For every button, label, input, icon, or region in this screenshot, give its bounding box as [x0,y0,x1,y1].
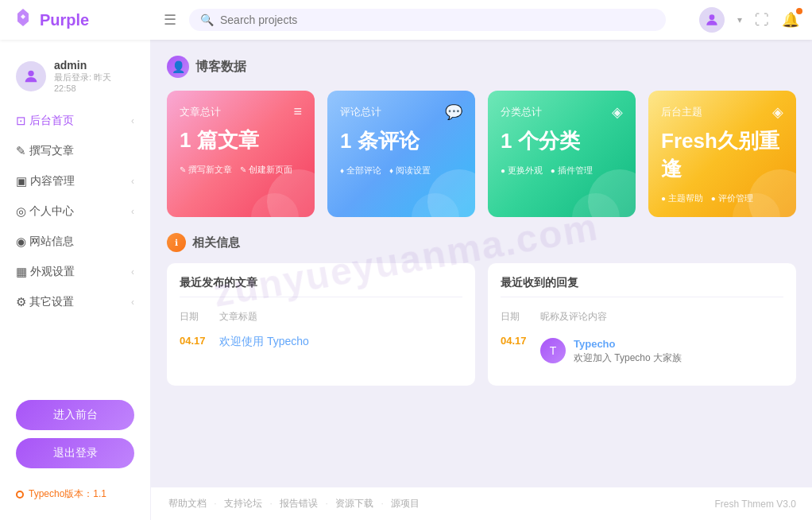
search-input[interactable] [220,14,655,26]
reply-content-cell: T Typecho 欢迎加入 Typecho 大家族 [540,330,783,373]
content-icon: ▣ [16,174,27,188]
sidebar-item-other[interactable]: ⚙ 其它设置 ‹ [0,287,150,317]
card-value-categories: 1 个分类 [501,127,623,155]
frontend-button[interactable]: 进入前台 [16,400,134,430]
reply-name: Typecho [574,338,682,350]
sidebar-label-site: 网站信息 [29,235,134,249]
user-dropdown-icon[interactable]: ▾ [737,14,742,25]
stat-card-comments: 评论总计 💬 1 条评论 全部评论 阅读设置 [327,91,475,217]
sidebar-item-content[interactable]: ▣ 内容管理 ‹ [0,166,150,196]
card-top-theme: 后台主题 ◈ [661,103,783,121]
card-label-theme: 后台主题 [661,105,702,119]
footer-link-forum[interactable]: 支持论坛 [224,498,262,509]
sidebar-label-content: 内容管理 [30,174,131,188]
search-bar: 🔍 [189,9,666,31]
svg-point-4 [28,70,33,76]
articles-col-date: 日期 [180,307,219,330]
sidebar-user-info: admin 最后登录: 昨天 22:58 [54,59,134,93]
footer-link-source[interactable]: 源项目 [391,498,420,509]
footer-links: 帮助文档 · 支持论坛 · 报告错误 · 资源下载 · 源项目 [167,497,421,510]
replies-col-content: 昵称及评论内容 [540,307,783,330]
replies-col-date: 日期 [501,307,540,330]
table-row: 04.17 欢迎使用 Typecho [180,330,462,354]
reply-row: T Typecho 欢迎加入 Typecho 大家族 [540,335,783,368]
sidebar-user: admin 最后登录: 昨天 22:58 [0,52,150,106]
notification-button[interactable]: 🔔 [782,11,799,29]
card-link-new-article[interactable]: 撰写新文章 [180,164,232,176]
sidebar-item-write[interactable]: ✎ 撰写文章 [0,136,150,166]
fullscreen-button[interactable]: ⛶ [755,12,769,29]
sidebar-item-appearance[interactable]: ▦ 外观设置 ‹ [0,257,150,287]
sidebar-avatar [16,61,46,91]
recent-replies-table: 日期 昵称及评论内容 04.17 T Typecho [501,307,783,373]
card-link-all-comments[interactable]: 全部评论 [340,165,381,177]
stat-cards-grid: 文章总计 ≡ 1 篇文章 撰写新文章 创建新页面 评论总计 💬 1 条评论 [167,91,796,217]
blog-data-section-header: 👤 博客数据 [167,56,796,78]
chevron-profile-icon: ‹ [131,206,134,217]
logout-button[interactable]: 退出登录 [16,438,134,468]
footer-version: Fresh Thmem V3.0 [715,499,796,510]
version-dot-icon [16,491,24,499]
dashboard-icon: ⊡ [16,114,26,128]
card-icon-articles: ≡ [293,103,302,120]
footer-link-download[interactable]: 资源下载 [335,498,373,509]
sidebar-last-login: 最后登录: 昨天 22:58 [54,72,134,93]
recent-replies-title: 最近收到的回复 [501,276,783,297]
card-link-change-theme[interactable]: 更换外观 [501,165,543,177]
reply-avatar: T [540,338,566,363]
card-link-read-settings[interactable]: 阅读设置 [389,165,431,177]
sidebar-label-other: 其它设置 [29,295,131,309]
sidebar-item-site[interactable]: ◉ 网站信息 [0,227,150,257]
info-panels: 最近发布的文章 日期 文章标题 04.17 欢迎使用 Typecho [167,263,796,386]
articles-col-title: 文章标题 [219,307,462,330]
user-avatar[interactable] [699,7,725,33]
sidebar-nav: ⊡ 后台首页 ‹ ✎ 撰写文章 ▣ 内容管理 ‹ ◎ 个人中心 ‹ ◉ 网站信息 [0,106,150,387]
article-link[interactable]: 欢迎使用 Typecho [219,335,309,347]
search-icon: 🔍 [200,14,214,26]
sidebar-label-dashboard: 后台首页 [29,114,131,128]
blog-data-title: 博客数据 [195,59,246,76]
card-icon-categories: ◈ [612,103,623,121]
reply-date: 04.17 [501,330,540,373]
stat-card-categories: 分类总计 ◈ 1 个分类 更换外观 插件管理 [488,91,636,217]
footer-link-bug[interactable]: 报告错误 [280,498,318,509]
appearance-icon: ▦ [16,265,27,279]
write-icon: ✎ [16,144,26,158]
sidebar-label-write: 撰写文章 [29,144,134,158]
sidebar-item-dashboard[interactable]: ⊡ 后台首页 ‹ [0,106,150,136]
main-layout: admin 最后登录: 昨天 22:58 ⊡ 后台首页 ‹ ✎ 撰写文章 ▣ 内… [0,0,812,520]
sidebar-version: Typecho版本：1.1 [0,481,150,507]
sidebar-username: admin [54,59,134,72]
stat-card-theme: 后台主题 ◈ Fresh久别重逢 主题帮助 评价管理 [648,91,796,217]
profile-icon: ◎ [16,204,26,219]
sidebar: admin 最后登录: 昨天 22:58 ⊡ 后台首页 ‹ ✎ 撰写文章 ▣ 内… [0,40,151,520]
menu-toggle-button[interactable]: ☰ [164,11,176,29]
card-top-comments: 评论总计 💬 [340,103,462,121]
logo-text: Purple [40,11,89,29]
notification-badge [796,8,802,14]
main-content: 👤 博客数据 文章总计 ≡ 1 篇文章 撰写新文章 创建新页面 评 [151,40,812,520]
recent-articles-table: 日期 文章标题 04.17 欢迎使用 Typecho [180,307,462,354]
card-link-theme-help[interactable]: 主题帮助 [661,192,703,204]
article-title: 欢迎使用 Typecho [219,330,462,354]
sidebar-buttons: 进入前台 退出登录 [0,387,150,481]
chevron-dashboard-icon: ‹ [131,115,134,126]
header: Purple ☰ 🔍 ▾ ⛶ 🔔 [0,0,812,40]
card-value-articles: 1 篇文章 [180,126,302,154]
card-top-articles: 文章总计 ≡ [180,103,302,120]
stat-card-articles: 文章总计 ≡ 1 篇文章 撰写新文章 创建新页面 [167,91,315,217]
card-top-categories: 分类总计 ◈ [501,103,623,121]
reply-text: 欢迎加入 Typecho 大家族 [574,351,682,365]
reply-content: Typecho 欢迎加入 Typecho 大家族 [574,338,682,365]
logo: Purple [13,7,164,33]
sidebar-label-appearance: 外观设置 [30,265,131,279]
recent-replies-panel: 最近收到的回复 日期 昵称及评论内容 04.17 T [488,263,796,386]
card-label-articles: 文章总计 [180,105,221,119]
logo-icon [13,7,33,33]
article-date: 04.17 [180,330,219,354]
sidebar-item-profile[interactable]: ◎ 个人中心 ‹ [0,196,150,227]
recent-articles-title: 最近发布的文章 [180,276,462,297]
card-icon-theme: ◈ [772,103,783,121]
card-link-plugins[interactable]: 插件管理 [551,165,593,177]
footer-link-help[interactable]: 帮助文档 [168,498,207,509]
